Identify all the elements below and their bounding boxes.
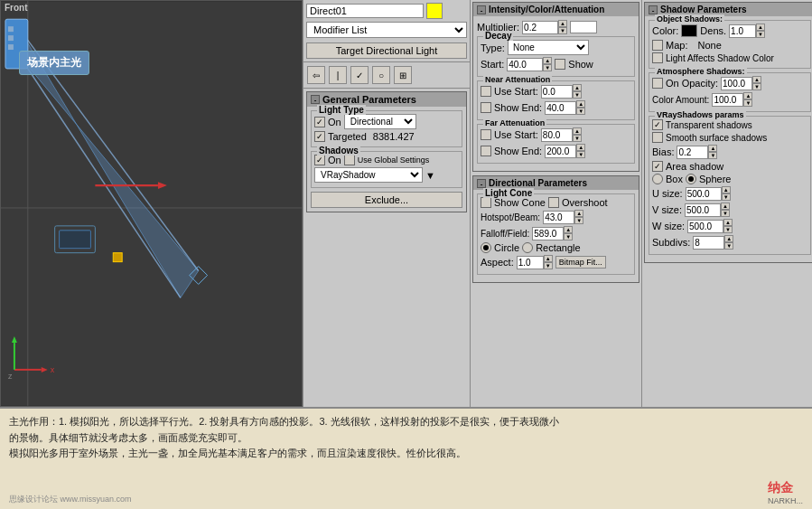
multiplier-up[interactable]: ▲ bbox=[558, 20, 567, 27]
toolbar-icon-5[interactable]: ⊞ bbox=[394, 66, 412, 84]
color-swatch[interactable] bbox=[426, 3, 443, 19]
falloff-field[interactable] bbox=[532, 227, 564, 240]
w-size-up[interactable]: ▲ bbox=[723, 219, 733, 226]
shadows-on-checkbox[interactable] bbox=[314, 155, 325, 165]
atm-color-label: Color Amount: bbox=[652, 95, 709, 105]
exclude-button[interactable]: Exclude... bbox=[311, 192, 462, 208]
atm-opacity-up[interactable]: ▲ bbox=[752, 76, 761, 83]
decay-show-checkbox[interactable] bbox=[555, 59, 565, 70]
near-start-field[interactable] bbox=[541, 85, 573, 99]
decay-start-field[interactable] bbox=[507, 58, 543, 71]
falloff-down[interactable]: ▼ bbox=[564, 233, 573, 240]
near-use-checkbox[interactable] bbox=[481, 86, 491, 97]
toolbar-icon-4[interactable]: ○ bbox=[372, 66, 390, 84]
bitmap-fit-button[interactable]: Bitmap Fit... bbox=[555, 256, 606, 269]
bias-up[interactable]: ▲ bbox=[708, 145, 717, 152]
near-atten-label: Near Attenuation bbox=[483, 75, 552, 84]
light-type-row2: Targeted 8381.427 bbox=[314, 131, 459, 142]
target-light-button[interactable]: Target Directional Light bbox=[306, 42, 467, 59]
v-size-field[interactable] bbox=[685, 203, 721, 217]
object-name-input[interactable] bbox=[306, 4, 424, 18]
smooth-checkbox[interactable] bbox=[652, 132, 663, 143]
decay-start-down[interactable]: ▼ bbox=[543, 64, 552, 71]
area-shadow-checkbox[interactable] bbox=[652, 161, 663, 172]
hotspot-field[interactable] bbox=[543, 211, 574, 224]
subdivs-up[interactable]: ▲ bbox=[724, 235, 733, 242]
sphere-radio[interactable] bbox=[686, 174, 696, 184]
dens-field[interactable] bbox=[729, 24, 756, 38]
far-show-checkbox[interactable] bbox=[481, 146, 491, 156]
light-type-dropdown[interactable]: Directional bbox=[344, 114, 416, 129]
near-end-field[interactable] bbox=[545, 101, 576, 115]
dens-up[interactable]: ▲ bbox=[756, 24, 765, 31]
use-global-checkbox[interactable] bbox=[344, 155, 355, 165]
atm-color-field[interactable] bbox=[712, 93, 743, 107]
far-start-down[interactable]: ▼ bbox=[573, 135, 582, 142]
atm-on-checkbox[interactable] bbox=[652, 78, 663, 89]
directional-collapse-btn[interactable]: - bbox=[477, 179, 486, 188]
far-start-field[interactable] bbox=[541, 128, 573, 142]
decay-group: Decay Type: None Start: bbox=[477, 36, 635, 77]
shadow-color-swatch[interactable] bbox=[681, 24, 697, 37]
aspect-down[interactable]: ▼ bbox=[544, 262, 553, 269]
near-show-checkbox[interactable] bbox=[481, 102, 491, 113]
u-size-down[interactable]: ▼ bbox=[722, 193, 731, 201]
near-start-input: ▲▼ bbox=[541, 84, 582, 99]
collapse-btn[interactable]: - bbox=[311, 95, 320, 104]
light-on-checkbox[interactable] bbox=[314, 117, 325, 127]
aspect-field[interactable] bbox=[517, 256, 544, 269]
near-end-up[interactable]: ▲ bbox=[576, 100, 585, 108]
main-container: z x Front 场景内主光 bbox=[0, 0, 812, 509]
u-size-field[interactable] bbox=[686, 187, 722, 201]
intensity-collapse-btn[interactable]: - bbox=[477, 5, 486, 14]
modifier-list-dropdown[interactable]: Modifier List bbox=[306, 22, 467, 38]
bias-field[interactable] bbox=[677, 146, 708, 159]
toolbar-icon-1[interactable]: ⇦ bbox=[307, 66, 325, 84]
w-size-down[interactable]: ▼ bbox=[723, 226, 733, 233]
multiplier-input[interactable] bbox=[522, 21, 558, 34]
rectangle-radio[interactable] bbox=[522, 242, 533, 253]
falloff-up[interactable]: ▲ bbox=[564, 226, 573, 233]
aspect-up[interactable]: ▲ bbox=[544, 255, 553, 262]
subdivs-field[interactable] bbox=[693, 236, 724, 250]
near-start-down[interactable]: ▼ bbox=[573, 91, 582, 99]
atm-opacity-down[interactable]: ▼ bbox=[752, 83, 761, 90]
targeted-checkbox[interactable] bbox=[314, 131, 325, 142]
near-start-up[interactable]: ▲ bbox=[573, 84, 582, 91]
overshoot-checkbox[interactable] bbox=[548, 197, 559, 208]
map-checkbox[interactable] bbox=[652, 40, 663, 51]
toolbar-icon-2[interactable]: | bbox=[329, 66, 347, 84]
far-end-up[interactable]: ▲ bbox=[576, 144, 585, 151]
light-affects-checkbox[interactable] bbox=[652, 52, 663, 63]
far-use-checkbox[interactable] bbox=[481, 129, 491, 140]
shadow-type-dropdown[interactable]: VRayShadow bbox=[314, 167, 423, 183]
bias-down[interactable]: ▼ bbox=[708, 152, 717, 159]
far-start-up[interactable]: ▲ bbox=[573, 127, 582, 135]
multiplier-down[interactable]: ▼ bbox=[558, 27, 567, 34]
atm-opacity-field[interactable] bbox=[721, 77, 752, 90]
box-radio[interactable] bbox=[652, 174, 663, 184]
far-end-field[interactable] bbox=[545, 145, 576, 158]
shadows-group: Shadows On Use Global Settings VRayShado… bbox=[311, 151, 462, 188]
intensity-color-swatch[interactable] bbox=[570, 21, 597, 33]
hotspot-up[interactable]: ▲ bbox=[574, 210, 583, 217]
shadow-collapse-btn[interactable]: - bbox=[649, 5, 658, 14]
show-cone-checkbox[interactable] bbox=[481, 197, 491, 208]
v-size-down[interactable]: ▼ bbox=[721, 210, 730, 217]
dens-down[interactable]: ▼ bbox=[756, 31, 765, 38]
far-end-down[interactable]: ▼ bbox=[576, 151, 585, 158]
w-size-field[interactable] bbox=[687, 220, 723, 233]
atm-color-up[interactable]: ▲ bbox=[743, 92, 752, 99]
decay-type-dropdown[interactable]: None bbox=[508, 40, 589, 55]
hotspot-down[interactable]: ▼ bbox=[574, 217, 583, 224]
decay-start-up[interactable]: ▲ bbox=[543, 57, 552, 64]
v-size-up[interactable]: ▲ bbox=[721, 203, 730, 210]
subdivs-down[interactable]: ▼ bbox=[724, 242, 733, 250]
near-end-down[interactable]: ▼ bbox=[576, 108, 585, 115]
toolbar-icon-3[interactable]: ✓ bbox=[350, 66, 369, 84]
transparent-checkbox[interactable] bbox=[652, 119, 663, 130]
atm-color-down[interactable]: ▼ bbox=[743, 99, 752, 107]
circle-radio[interactable] bbox=[481, 242, 491, 253]
viewport: z x Front 场景内主光 bbox=[0, 0, 303, 407]
u-size-up[interactable]: ▲ bbox=[722, 186, 731, 193]
